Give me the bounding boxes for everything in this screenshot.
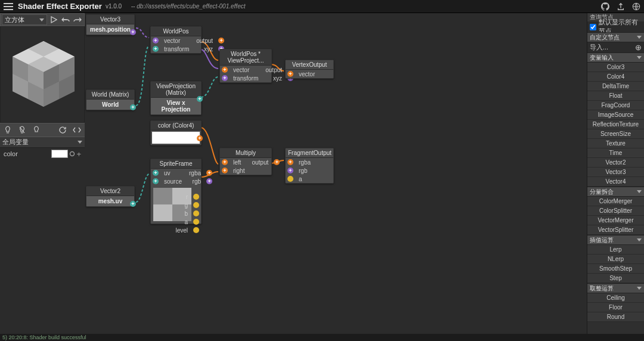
menu-button[interactable] [4,2,13,11]
chevron-down-icon [637,36,642,39]
palette-item[interactable]: Vector3 [587,168,644,177]
palette-item[interactable]: Vector4 [587,177,644,187]
cat-interp[interactable]: 插值运算 [587,235,644,245]
refresh-button[interactable] [57,125,68,135]
node-title: Vector2 [86,187,134,196]
port-vector[interactable] [287,71,293,77]
globe-icon[interactable] [632,2,640,11]
palette-item[interactable]: Vector2 [587,158,644,168]
port-output[interactable] [218,38,224,44]
palette-item[interactable]: SmoothStep [587,264,644,274]
node-worldpos[interactable]: WorldPos vector transform output xyz [150,26,202,54]
palette-item[interactable]: DeltaTime [587,82,644,91]
node-title: World (Matrix) [86,90,134,100]
palette-item[interactable]: Ceiling [587,293,644,303]
globals-title: 全局变量 [2,138,29,147]
shape-select[interactable]: 立方体 [2,14,47,25]
node-color[interactable]: color (Color4) [150,120,202,145]
cat-varinput[interactable]: 变量输入 [587,52,644,63]
github-icon[interactable] [601,2,609,11]
palette-item[interactable]: ColorSplitter [587,206,644,216]
port-transform[interactable] [222,75,228,81]
redo-button[interactable] [72,14,83,25]
color-swatch[interactable] [51,150,68,158]
palette-item[interactable]: NLerp [587,255,644,264]
node-title: Multiply [220,148,271,158]
port-out[interactable] [130,201,136,207]
port-transform[interactable] [153,46,159,52]
port-level[interactable] [193,227,199,233]
port-out[interactable] [130,104,136,110]
node-vector2[interactable]: Vector2 mesh.uv [86,186,135,207]
port-rgba[interactable] [287,159,293,165]
port-vector[interactable] [222,67,228,73]
import-label[interactable]: 导入... [590,43,608,52]
global-row-color[interactable]: color + [0,148,85,160]
palette-item[interactable]: Lerp [587,245,644,255]
port-left[interactable] [222,159,228,165]
palette-item[interactable]: Step [587,274,644,283]
port-out[interactable] [130,29,136,35]
play-button[interactable] [48,14,59,25]
port-b[interactable] [193,210,199,216]
link-icon[interactable] [69,151,75,157]
port-a[interactable] [287,176,293,182]
port-out[interactable] [197,96,203,102]
node-viewproj[interactable]: ViewProjection (Matrix) View x Projectio… [150,81,202,115]
port-uv[interactable] [153,170,159,176]
add-icon[interactable]: + [76,150,81,159]
palette-item[interactable]: ImageSource [587,110,644,120]
default-nodes-checkbox[interactable] [590,24,596,30]
preview-viewport[interactable] [0,26,85,123]
node-subtitle: mesh.position [86,24,134,35]
palette-item[interactable]: Color3 [587,63,644,72]
color-swatch[interactable] [152,132,200,144]
cat-split[interactable]: 分量拆合 [587,187,644,197]
node-fragmentoutput[interactable]: FragmentOutput rgba rgb a [285,148,334,184]
node-multiply[interactable]: Multiply left right output [219,148,272,175]
palette-item[interactable]: Color4 [587,72,644,82]
bulb-on-icon[interactable] [2,125,13,135]
node-palette: 查询节点 默认显示所有节点 自定义节点 导入... ⊕ 变量输入 Color3C… [587,13,644,334]
port-vector[interactable] [153,38,159,44]
svg-point-16 [70,152,75,156]
port-output[interactable] [274,159,280,165]
chevron-down-icon[interactable] [78,141,82,144]
code-button[interactable] [72,125,82,135]
palette-item[interactable]: FragCoord [587,101,644,110]
node-vertexoutput[interactable]: VertexOutput vector [285,60,334,79]
palette-item[interactable]: Texture [587,139,644,148]
palette-item[interactable]: ColorMerger [587,197,644,206]
bulb-off-icon[interactable] [17,125,27,135]
bulb-outline-icon[interactable] [31,125,42,135]
port-g[interactable] [193,202,199,208]
palette-item[interactable]: VectorMerger [587,216,644,225]
port-rgb[interactable] [206,178,212,184]
palette-item[interactable]: ReflectionTexture [587,120,644,129]
cat-custom[interactable]: 自定义节点 [587,32,644,42]
palette-item[interactable]: Float [587,91,644,101]
undo-button[interactable] [60,14,71,25]
graph-canvas[interactable]: Vector3 mesh.position World (Matrix) Wor… [85,13,587,334]
palette-item[interactable]: ScreenSize [587,129,644,139]
node-spriteframe[interactable]: SpriteFrame uv source rgba rgb r g b a l [150,159,202,224]
port-r[interactable] [193,194,199,200]
node-world-matrix[interactable]: World (Matrix) World [86,89,135,110]
port-source[interactable] [153,178,159,184]
port-right[interactable] [222,168,228,173]
node-title: WorldPos [151,27,201,36]
port-rgba[interactable] [206,170,212,176]
export-icon[interactable] [617,2,625,11]
port-a[interactable] [193,219,199,225]
cat-round[interactable]: 取整运算 [587,283,644,293]
palette-item[interactable]: Floor [587,303,644,312]
node-wvp[interactable]: WorldPos * ViewProject... vector transfo… [219,49,272,83]
global-color-label: color [4,150,18,157]
palette-item[interactable]: VectorSplitter [587,225,644,235]
palette-item[interactable]: Time [587,148,644,158]
add-icon[interactable]: ⊕ [635,43,642,52]
port-rgb[interactable] [287,168,293,173]
port-out[interactable] [197,135,203,141]
node-vector3[interactable]: Vector3 mesh.position [86,14,135,35]
palette-item[interactable]: Round [587,312,644,322]
